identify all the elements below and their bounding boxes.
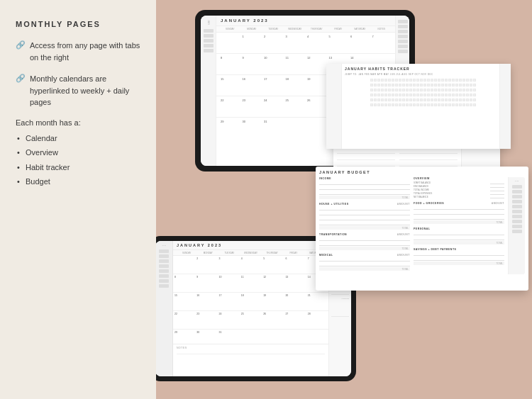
link-icon-2: 🔗 [16,74,26,83]
tab-1 [204,29,214,33]
cal-cell: 1 [241,33,263,52]
goals-line [399,162,458,167]
bullet-list: Calendar Overview Habit tracker Budget [16,133,140,188]
budget-inner: JANUARY BUDGET INCOME TOTAL HOUSE + UTIL… [316,167,528,278]
cal-cell: 22 [219,97,241,116]
cal-cell: 23 [241,97,263,116]
cal-cell: 2 [262,33,284,52]
feature-item-2: 🔗 Monthly calendars are hyperlinked to w… [16,73,140,108]
cal-cell: 7 [371,33,393,52]
cal-cell: 25 [284,97,306,116]
transport-label: TRANSPORTATION [319,233,347,236]
cal-cell: 16 [241,76,263,95]
cal-cell: 15 [219,76,241,95]
tab-3 [204,39,214,43]
right-tab-1 [398,20,408,23]
right-tab-2 [398,25,408,28]
habit-row-5 [345,99,497,101]
habit-tracker-page: JANUARY HABITS TRACKER JUMP TO: JAN FEB … [326,64,511,149]
house-section: HOUSE + UTILITIES AMOUNT TOTAL [319,203,410,230]
habit-inner: JANUARY HABITS TRACKER JUMP TO: JAN FEB … [326,64,511,149]
habit-right-strip [499,64,511,149]
food-section: FOOD + GROCERIES AMOUNT TOTAL [414,202,504,224]
budget-columns: INCOME TOTAL HOUSE + UTILITIES AMOUNT [319,177,525,274]
goals-line [399,149,458,154]
tablet-left-month: JAN [207,20,210,25]
day-mon: MONDAY [241,28,263,30]
bullet-item-calendar: Calendar [26,133,140,145]
habit-left-strip [326,64,342,149]
bottom-month-title: JANUARY 2023 [177,243,325,247]
habit-row-2 [345,84,497,86]
dates-line [337,162,395,167]
day-sun: SUNDAY [219,28,241,30]
goals-line [399,155,458,160]
bullet-item-budget: Budget [26,176,140,188]
habit-row-3 [345,89,497,91]
tab-5 [204,49,214,52]
cal-cell [219,33,241,52]
net-balance: NET BALANCE [414,196,428,198]
bullet-item-habit: Habit tracker [26,162,140,174]
cal-cell: 6 [349,33,371,52]
dates-line [337,155,395,160]
each-month-label: Each month has a: [16,118,140,127]
transport-section: TRANSPORTATION AMOUNT TOTAL [319,233,410,250]
right-tab-6 [398,45,408,48]
link-icon-1: 🔗 [16,40,26,50]
day-tue: TUESDAY [262,28,284,30]
medical-label: MEDICAL [319,254,333,257]
cal-cell: 5 [328,33,350,52]
tablet-cal-header: JANUARY 2023 [216,16,395,26]
overview-section: OVERVIEW START BALANCE END BALANCE TOTAL… [414,177,504,198]
cal-cell: 31 [262,118,284,138]
cal-cell: 11 [284,55,306,74]
income-label: INCOME [319,177,410,180]
habit-row-4 [345,94,497,96]
medical-section: MEDICAL AMOUNT TOTAL [319,254,410,271]
habit-row-1 [345,79,497,82]
right-tab-5 [398,40,408,43]
budget-title: JANUARY BUDGET [319,170,525,174]
feature-text-2: Monthly calendars are hyperlinked to wee… [30,73,140,108]
savings-section: SAVINGS + DEBT PAYMENTS TOTAL [414,248,504,265]
food-label: FOOD + GROCERIES [414,202,444,205]
habit-grid [345,79,497,108]
bottom-cal-content: JANUARY 2023 SUNDAY MONDAY TUESDAY WEDNE… [173,241,328,376]
cal-cell: 18 [284,76,306,95]
habit-nav: JUMP TO: JAN FEB MAR APR MAY JUN JUL AUG… [345,73,497,76]
bottom-days-header: SUNDAY MONDAY TUESDAY WEDNESDAY THURSDAY… [173,250,328,256]
house-label: HOUSE + UTILITIES [319,203,348,206]
personal-label: PERSONAL [414,227,430,230]
cal-cell: 3 [284,33,306,52]
day-notes: NOTES [371,28,393,30]
cal-cell: 30 [241,118,263,138]
dates-line [337,149,395,154]
end-balance: END BALANCE [414,185,428,188]
right-tab-3 [398,30,408,33]
cal-cell: 26 [306,97,328,116]
habit-cell [370,79,373,82]
habit-content: JANUARY HABITS TRACKER JUMP TO: JAN FEB … [342,64,499,149]
right-panel: JAN JANUARY 2023 SUNDAY MONDAY TUESDAY W… [156,0,532,399]
tablet-left-tabs: JAN [201,16,216,166]
cal-cell: 19 [306,76,328,95]
amount-label: AMOUNT [397,203,410,206]
cal-cell: 24 [262,97,284,116]
budget-left-col: INCOME TOTAL HOUSE + UTILITIES AMOUNT [319,177,410,274]
habit-row-6 [345,103,497,106]
personal-section: PERSONAL TOTAL [414,227,504,245]
cal-row-1: 1 2 3 4 5 6 7 [216,33,395,54]
budget-mid-col: OVERVIEW START BALANCE END BALANCE TOTAL… [414,177,504,274]
day-thu: THURSDAY [306,28,328,30]
bullet-item-overview: Overview [26,147,140,159]
feature-item-1: 🔗 Access from any page with tabs on the … [16,40,140,63]
habit-title: JANUARY HABITS TRACKER [345,67,497,71]
day-fri: FRIDAY [328,28,350,30]
day-wed: WEDNESDAY [284,28,306,30]
bottom-cal-header: JANUARY 2023 [173,241,328,250]
cal-cell: 17 [262,76,284,95]
tablet-days-header: SUNDAY MONDAY TUESDAY WEDNESDAY THURSDAY… [216,26,395,33]
budget-right-nav: JAN [508,177,525,274]
savings-label: SAVINGS + DEBT PAYMENTS [414,248,456,251]
